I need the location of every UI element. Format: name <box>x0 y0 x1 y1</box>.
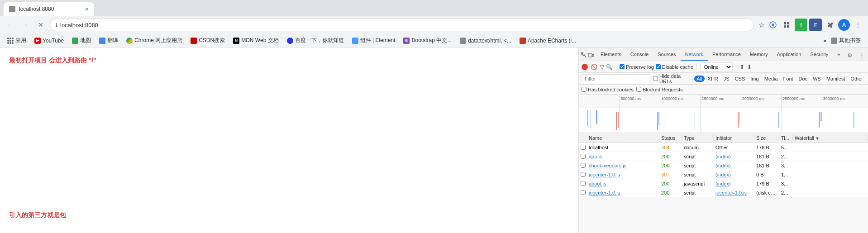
header-status[interactable]: Status <box>659 135 682 141</box>
blocked-requests-checkbox[interactable]: Blocked Requests <box>636 87 683 92</box>
tab-elements[interactable]: Elements <box>596 49 626 61</box>
row-link[interactable]: app.js <box>589 154 602 159</box>
blocked-requests-input[interactable] <box>636 87 641 92</box>
bookmark-echarts[interactable]: Apache ECharts (i... <box>516 36 580 46</box>
chrome-extension-icon[interactable]: F <box>809 19 822 31</box>
bookmark-mdn[interactable]: M MDN Web 文档 <box>229 36 282 46</box>
disable-cache-input[interactable] <box>656 64 661 69</box>
bookmark-bootstrap[interactable]: B Bootstrap 中文... <box>400 36 455 46</box>
header-name[interactable]: Name <box>587 135 659 141</box>
bookmark-translate[interactable]: 翻译 <box>95 36 122 46</box>
row-link[interactable]: about.js <box>589 181 606 186</box>
row-checkbox[interactable] <box>579 145 587 150</box>
tab-close-button[interactable]: ✕ <box>85 6 89 12</box>
row-checkbox[interactable] <box>579 172 587 177</box>
bookmark-maps[interactable]: 地图 <box>68 36 95 46</box>
chrome-icon[interactable] <box>768 19 778 30</box>
filter-js-button[interactable]: JS <box>721 76 732 82</box>
record-button[interactable] <box>582 64 588 70</box>
table-row[interactable]: about.js 200 javascript (index) 179 B 3.… <box>579 179 868 188</box>
tab-performance[interactable]: Performance <box>708 49 745 61</box>
header-size[interactable]: Size <box>754 135 779 141</box>
header-time[interactable]: Ti... <box>779 135 793 141</box>
initiator-link[interactable]: (index) <box>715 154 731 159</box>
tab-sources[interactable]: Sources <box>653 49 680 61</box>
has-blocked-cookies-checkbox[interactable]: Has blocked cookies <box>582 87 634 92</box>
filter-input[interactable] <box>582 74 650 83</box>
bookmark-star-icon[interactable]: ☆ <box>758 21 765 29</box>
devtools-settings-button[interactable]: ⚙ <box>844 50 855 61</box>
bookmark-csdn[interactable]: CSDN搜索 <box>187 36 229 46</box>
filter-all-button[interactable]: All <box>694 76 704 82</box>
profile-avatar[interactable]: A <box>838 19 850 31</box>
filter-ws-button[interactable]: WS <box>811 76 823 82</box>
device-toolbar-button[interactable] <box>588 50 594 61</box>
active-tab[interactable]: localhost:8080 ✕ <box>4 2 94 16</box>
reload-button[interactable]: ✕ <box>34 19 47 31</box>
bookmark-element[interactable]: 组件 | Element <box>348 36 399 46</box>
bootstrap-icon: B <box>403 38 410 44</box>
bookmark-baidu-label: 百度一下，你就知道 <box>295 37 344 44</box>
throttling-select[interactable]: Online Fast 3G Slow 3G Offline <box>700 62 733 71</box>
bookmark-data[interactable]: data:text/html, <... <box>456 36 515 46</box>
tab-application[interactable]: Application <box>773 49 806 61</box>
forward-button[interactable]: → <box>19 19 32 31</box>
hide-data-urls-checkbox[interactable]: Hide data URLs <box>653 73 692 84</box>
filter-font-button[interactable]: Font <box>781 76 796 82</box>
tab-console[interactable]: Console <box>626 49 653 61</box>
tab-more[interactable]: » <box>833 49 844 61</box>
export-button[interactable]: ⬇ <box>747 63 752 71</box>
preserve-log-checkbox[interactable]: Preserve log <box>620 64 654 70</box>
address-bar[interactable]: ℹ localhost:8080 <box>50 19 754 31</box>
initiator-link[interactable]: jucenter-1.0.js <box>715 190 747 195</box>
initiator-link[interactable]: (index) <box>715 172 731 177</box>
back-button[interactable]: ← <box>4 19 16 31</box>
row-checkbox[interactable] <box>579 163 587 168</box>
table-row[interactable]: localhost 304 docum... Other 178 B 5... <box>579 143 868 152</box>
filter-xhr-button[interactable]: XHR <box>706 76 720 82</box>
tab-memory[interactable]: Memory <box>745 49 773 61</box>
table-row[interactable]: jucenter-1.0.js 307 script (index) 0 B 1… <box>579 170 868 179</box>
devtools-more-button[interactable]: ⋮ <box>856 50 867 61</box>
menu-icon[interactable]: ⋮ <box>852 19 864 31</box>
filter-manifest-button[interactable]: Manifest <box>824 76 848 82</box>
search-button[interactable]: 🔍 <box>606 64 613 70</box>
puzzle-icon[interactable] <box>824 19 836 31</box>
filter-media-button[interactable]: Media <box>762 76 780 82</box>
bookmark-youtube[interactable]: ▶ YouTube <box>31 36 67 46</box>
clear-button[interactable]: 🚫 <box>590 63 598 71</box>
bookmark-apps[interactable]: 应用 <box>4 36 30 46</box>
table-row[interactable]: chunk-vendors.js 200 script (index) 181 … <box>579 161 868 170</box>
row-checkbox[interactable] <box>579 181 587 186</box>
tab-security[interactable]: Security <box>806 49 833 61</box>
tab-network[interactable]: Network <box>681 49 708 61</box>
row-link[interactable]: chunk-vendors.js <box>589 163 626 168</box>
feedly-icon[interactable]: f <box>795 19 807 31</box>
bookmark-chrome-store[interactable]: Chrome 网上应用店 <box>123 36 186 46</box>
row-link[interactable]: jucenter-1.0.js <box>589 172 620 177</box>
bookmark-other[interactable]: 其他书签 <box>827 36 864 46</box>
filter-doc-button[interactable]: Doc <box>796 76 810 82</box>
initiator-link[interactable]: (index) <box>715 181 731 186</box>
row-checkbox[interactable] <box>579 154 587 159</box>
table-row[interactable]: jucenter-1.0.js 200 script jucenter-1.0.… <box>579 188 868 197</box>
preserve-log-input[interactable] <box>620 64 625 69</box>
header-waterfall[interactable]: Waterfall <box>793 135 868 141</box>
initiator-link[interactable]: (index) <box>715 163 731 168</box>
extensions-icon[interactable] <box>780 19 793 31</box>
row-checkbox[interactable] <box>579 190 587 195</box>
filter-css-button[interactable]: CSS <box>733 76 748 82</box>
filter-other-button[interactable]: Other <box>848 76 865 82</box>
header-type[interactable]: Type <box>682 135 714 141</box>
table-row[interactable]: app.js 200 script (index) 181 B 2... <box>579 152 868 161</box>
has-blocked-cookies-input[interactable] <box>582 87 587 92</box>
hide-data-urls-input[interactable] <box>653 76 658 81</box>
disable-cache-checkbox[interactable]: Disable cache <box>656 64 693 70</box>
import-button[interactable]: ⬆ <box>739 63 745 71</box>
more-bookmarks[interactable]: » <box>823 38 826 44</box>
bookmark-baidu[interactable]: 百度一下，你就知道 <box>283 36 348 46</box>
header-initiator[interactable]: Initiator <box>714 135 754 141</box>
row-link[interactable]: jucenter-1.0.js <box>589 190 620 195</box>
filter-img-button[interactable]: Img <box>748 76 761 82</box>
inspect-element-button[interactable] <box>581 50 587 61</box>
